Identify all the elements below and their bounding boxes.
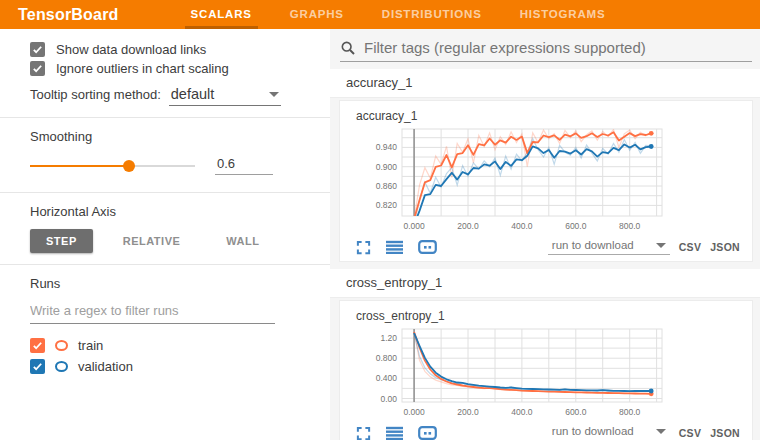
expand-chart-button[interactable] [356,240,371,255]
tab-histograms[interactable]: HISTOGRAMS [514,0,612,29]
log-scale-icon[interactable] [386,240,403,254]
horizontal-axis-label: Horizontal Axis [30,204,302,219]
run-item-validation[interactable]: validation [30,359,302,374]
run-label: validation [78,359,133,374]
tab-scalars[interactable]: SCALARS [185,0,258,29]
svg-text:0.000: 0.000 [403,407,425,417]
tab-graphs[interactable]: GRAPHS [284,0,350,29]
run-label: train [78,338,103,353]
svg-text:600.0: 600.0 [565,221,587,231]
section-header-cross-entropy[interactable]: cross_entropy_1 [330,269,760,298]
run-color-swatch [55,340,68,351]
chart-title: cross_entropy_1 [356,309,752,323]
fit-domain-icon[interactable] [418,426,437,440]
tag-filter-row [340,39,752,62]
svg-text:800.0: 800.0 [619,407,641,417]
tooltip-sorting-select[interactable]: default [169,85,281,106]
chart-card-accuracy: accuracy_1 0.000200.0400.0600.0800.00.82… [339,100,753,262]
chart-title: accuracy_1 [356,109,752,123]
cross-entropy-chart[interactable]: 0.000200.0400.0600.0800.00.000.4000.8001… [358,324,752,424]
tab-distributions[interactable]: DISTRIBUTIONS [376,0,488,29]
smoothing-label: Smoothing [30,129,302,144]
checkbox-label: Ignore outliers in chart scaling [56,61,229,76]
chart-controls: run to download CSV JSON [356,239,740,255]
smoothing-slider[interactable] [30,165,195,167]
json-download-link[interactable]: JSON [710,427,740,439]
svg-text:0.00: 0.00 [380,394,397,404]
dashboard-main: accuracy_1 accuracy_1 0.000200.0400.0600… [330,29,760,440]
svg-text:0.820: 0.820 [376,200,398,210]
run-to-download-label: run to download [552,239,634,251]
runs-label: Runs [30,276,302,291]
checkbox-checked-icon [30,42,45,57]
csv-download-link[interactable]: CSV [679,427,702,439]
tensorboard-app: TensorBoard SCALARS GRAPHS DISTRIBUTIONS… [0,0,760,440]
svg-text:400.0: 400.0 [511,221,533,231]
expand-chart-button[interactable] [356,426,371,440]
chevron-down-icon [269,92,279,97]
tooltip-sorting-value: default [171,86,215,102]
csv-download-link[interactable]: CSV [679,241,702,253]
horizontal-axis-section: Horizontal Axis STEP RELATIVE WALL [0,193,330,265]
checkbox-checked-icon [30,61,45,76]
show-data-download-links-checkbox[interactable]: Show data download links [30,42,302,57]
run-color-swatch [55,361,68,372]
section-header-accuracy[interactable]: accuracy_1 [330,69,760,98]
chevron-down-icon [656,243,666,248]
run-to-download-select[interactable]: run to download [548,239,670,255]
top-nav: SCALARS GRAPHS DISTRIBUTIONS HISTOGRAMS [185,0,638,29]
svg-text:0.400: 0.400 [376,373,398,383]
smoothing-slider-fill [30,165,129,167]
svg-text:0.000: 0.000 [403,221,425,231]
axis-step-button[interactable]: STEP [30,229,93,253]
runs-section: Runs train validation [0,265,330,391]
runs-regex-input[interactable] [30,301,275,324]
smoothing-section: Smoothing 0.6 [0,118,330,193]
ignore-outliers-checkbox[interactable]: Ignore outliers in chart scaling [30,61,302,76]
svg-text:800.0: 800.0 [619,221,641,231]
svg-text:0.940: 0.940 [376,142,398,152]
run-to-download-label: run to download [552,425,634,437]
svg-text:1.20: 1.20 [380,333,397,343]
run-item-train[interactable]: train [30,338,302,353]
sidebar: Show data download links Ignore outliers… [0,29,330,440]
smoothing-slider-knob[interactable] [123,160,135,172]
accuracy-chart[interactable]: 0.000200.0400.0600.0800.00.8200.8600.900… [358,124,752,238]
general-options-section: Show data download links Ignore outliers… [0,29,330,118]
tag-filter-input[interactable] [364,39,752,56]
run-checkbox-validation[interactable] [30,359,45,374]
axis-relative-button[interactable]: RELATIVE [107,229,197,253]
smoothing-value-input[interactable]: 0.6 [215,156,273,175]
checkbox-label: Show data download links [56,42,206,57]
axis-wall-button[interactable]: WALL [210,229,275,253]
chevron-down-icon [656,429,666,434]
svg-text:0.860: 0.860 [376,181,398,191]
run-to-download-select[interactable]: run to download [548,425,670,440]
svg-text:200.0: 200.0 [457,221,479,231]
svg-text:200.0: 200.0 [457,407,479,417]
tooltip-sorting-label: Tooltip sorting method: [30,87,161,102]
log-scale-icon[interactable] [386,426,403,440]
svg-text:400.0: 400.0 [511,407,533,417]
app-title: TensorBoard [18,0,119,29]
svg-text:0.900: 0.900 [376,162,398,172]
run-checkbox-train[interactable] [30,338,45,353]
chart-card-cross-entropy: cross_entropy_1 0.000200.0400.0600.0800.… [339,300,753,440]
search-icon [340,40,356,56]
json-download-link[interactable]: JSON [710,241,740,253]
svg-text:600.0: 600.0 [565,407,587,417]
svg-text:0.800: 0.800 [376,353,398,363]
fit-domain-icon[interactable] [418,240,437,254]
chart-controls: run to download CSV JSON [356,425,740,440]
app-header: TensorBoard SCALARS GRAPHS DISTRIBUTIONS… [0,0,760,29]
